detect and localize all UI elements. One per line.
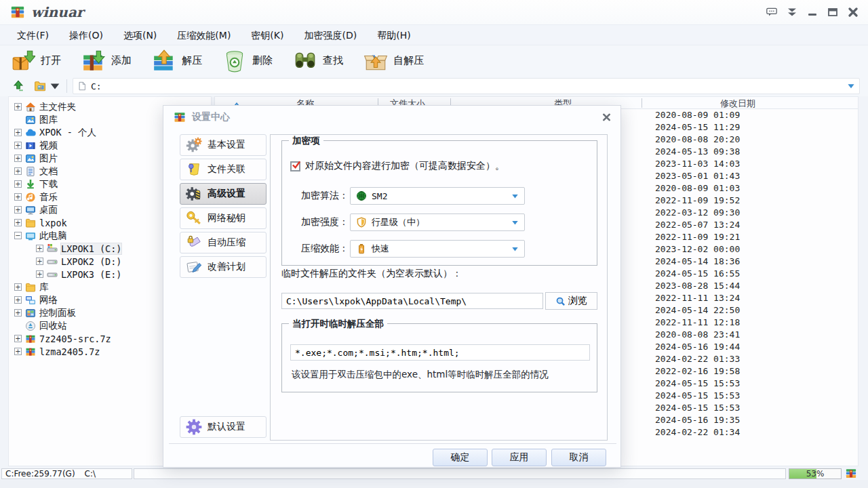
algorithm-select[interactable]: SM2 (350, 187, 525, 205)
list-row-modified-date[interactable]: 2022-11-11 13:24 (642, 293, 857, 305)
music-icon (25, 192, 36, 203)
toolbar-extract-button[interactable]: 解压 (152, 49, 202, 73)
cancel-button[interactable]: 取消 (551, 449, 606, 466)
list-row-modified-date[interactable]: 2024-02-22 01:33 (642, 354, 857, 366)
folder-view-icon[interactable] (34, 80, 46, 92)
list-row-modified-date[interactable]: 2024-05-14 22:50 (642, 305, 857, 317)
menu-item-compression[interactable]: 压缩效能(M) (167, 25, 241, 45)
tree-item-label: lzma2405.7z (39, 346, 100, 357)
list-row-modified-date[interactable]: 2024-05-14 18:36 (642, 256, 857, 268)
network-icon (25, 295, 36, 306)
status-middle-box (134, 468, 786, 479)
menu-item-action[interactable]: 操作(O) (59, 25, 113, 45)
page-icon (77, 81, 87, 91)
list-row-modified-date[interactable]: 2022-05-07 13:24 (642, 220, 857, 232)
apply-button[interactable]: 应用 (492, 449, 547, 466)
expand-icon[interactable]: + (14, 219, 22, 226)
list-row-modified-date[interactable]: 2024-05-15 11:29 (642, 122, 857, 134)
expand-icon[interactable]: + (14, 309, 22, 317)
menu-item-key[interactable]: 密钥(K) (241, 25, 294, 45)
basic-settings-icon (186, 137, 202, 153)
column-header-modified[interactable]: 修改日期 (720, 98, 755, 110)
expand-icon[interactable]: + (14, 155, 22, 162)
collapse-icon[interactable] (784, 5, 800, 19)
tab-improvement-plan[interactable]: 改善计划 (180, 256, 267, 278)
menu-item-file[interactable]: 文件(F) (7, 25, 59, 45)
list-row-modified-date[interactable]: 2022-02-16 19:58 (642, 366, 857, 378)
chevron-down-icon[interactable] (847, 80, 855, 93)
field-algorithm: 加密算法：SM2 (301, 187, 525, 205)
patterns-input[interactable]: *.exe;*.com;*.msi;*.htm;*.html; (290, 344, 590, 361)
expand-icon[interactable]: + (36, 258, 43, 265)
strength-select[interactable]: 行星级（中） (350, 214, 525, 231)
expand-icon[interactable]: + (14, 335, 22, 342)
add-icon (81, 49, 106, 73)
list-row-modified-date[interactable]: 2023-11-03 14:03 (642, 159, 857, 171)
tab-file-association[interactable]: 文件关联 (180, 159, 267, 180)
expand-icon[interactable]: + (14, 193, 22, 201)
expand-icon[interactable]: + (14, 129, 22, 136)
list-row-modified-date[interactable]: 2024-05-15 15:53 (642, 390, 857, 403)
temp-folder-input[interactable]: C:\Users\lxpok\AppData\Local\Temp\ (281, 293, 543, 309)
address-input[interactable]: C: (73, 78, 860, 94)
toolbar-button-label: 删除 (252, 54, 273, 67)
menu-item-help[interactable]: 帮助(H) (367, 25, 420, 45)
list-row-modified-date[interactable]: 2022-11-09 19:21 (642, 232, 857, 244)
list-row-modified-date[interactable]: 2022-03-12 09:30 (642, 207, 857, 220)
list-row-modified-date[interactable]: 2024-05-13 09:38 (642, 146, 857, 159)
performance-select[interactable]: 快速 (350, 240, 525, 258)
tab-network-key[interactable]: 网络秘钥 (180, 207, 267, 229)
expand-icon[interactable]: + (14, 283, 22, 291)
comment-icon[interactable] (764, 5, 780, 19)
drive-win-icon (47, 243, 58, 254)
minimize-icon[interactable] (804, 5, 821, 19)
expand-icon[interactable]: + (14, 296, 22, 304)
toolbar-add-button[interactable]: 添加 (81, 49, 132, 73)
up-one-level-icon[interactable] (12, 80, 24, 92)
toolbar-open-button[interactable]: 打开 (11, 49, 61, 73)
list-row-modified-date[interactable]: 2023-08-28 15:44 (642, 281, 857, 293)
list-row-modified-date[interactable]: 2024-05-16 19:35 (642, 415, 857, 427)
collapse-icon[interactable]: − (14, 232, 22, 239)
list-row-modified-date[interactable]: 2024-05-16 19:44 (642, 342, 857, 354)
tab-basic-settings[interactable]: 基本设置 (180, 134, 267, 156)
list-row-modified-date[interactable]: 2022-11-11 12:18 (642, 317, 857, 329)
toolbar-find-button[interactable]: 查找 (293, 49, 343, 73)
encrypt-checkbox[interactable] (290, 161, 300, 171)
list-row-modified-date[interactable]: 2023-05-01 01:43 (642, 171, 857, 183)
modified-date-column: 2020-08-09 01:092024-05-15 11:292020-08-… (642, 110, 857, 439)
close-icon[interactable] (845, 5, 861, 19)
list-row-modified-date[interactable]: 2024-02-22 01:34 (642, 427, 857, 439)
list-row-modified-date[interactable]: 2020-08-08 23:41 (642, 329, 857, 342)
ok-button[interactable]: 确定 (433, 449, 488, 466)
tab-advanced-settings[interactable]: 高级设置 (180, 183, 267, 205)
toolbar-delete-button[interactable]: 删除 (222, 49, 273, 73)
toolbar-sfx-button[interactable]: 自解压 (363, 49, 424, 73)
expand-icon[interactable]: + (14, 348, 22, 355)
expand-icon[interactable]: + (14, 142, 22, 149)
list-row-modified-date[interactable]: 2020-08-08 20:20 (642, 134, 857, 146)
tab-default-settings[interactable]: 默认设置 (180, 416, 267, 438)
expand-icon[interactable]: + (36, 270, 43, 278)
expand-icon[interactable]: + (36, 245, 43, 252)
expand-icon[interactable]: + (14, 206, 22, 214)
expand-icon[interactable]: + (14, 103, 22, 110)
maximize-icon[interactable] (825, 5, 841, 19)
list-row-modified-date[interactable]: 2024-05-15 15:53 (642, 378, 857, 390)
list-row-modified-date[interactable]: 2020-08-09 01:09 (642, 110, 857, 122)
menu-item-options[interactable]: 选项(N) (113, 25, 167, 45)
list-row-modified-date[interactable]: 2024-05-15 16:55 (642, 268, 857, 281)
chevron-down-icon[interactable] (49, 80, 61, 92)
list-row-modified-date[interactable]: 2020-08-09 01:03 (642, 183, 857, 195)
browse-button[interactable]: 浏览 (545, 292, 597, 310)
list-row-modified-date[interactable]: 2022-11-09 19:52 (642, 195, 857, 207)
expand-icon[interactable]: + (14, 180, 22, 188)
tab-auto-compress[interactable]: 自动压缩 (180, 232, 267, 253)
free-space-text: C:Free:259.77(G) (5, 469, 75, 479)
menu-item-strength[interactable]: 加密强度(D) (294, 25, 367, 45)
list-row-modified-date[interactable]: 2024-05-15 15:53 (642, 403, 857, 415)
close-icon[interactable] (600, 112, 612, 123)
list-row-modified-date[interactable]: 2023-12-02 00:00 (642, 244, 857, 256)
expand-icon[interactable]: + (14, 167, 22, 175)
dialog-title-bar: 设置中心 (163, 106, 620, 129)
